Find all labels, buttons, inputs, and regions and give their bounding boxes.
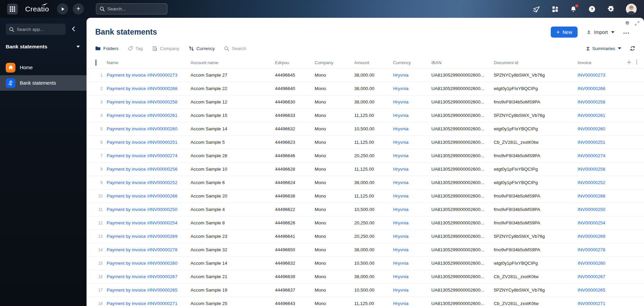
table-row[interactable]: 1 Payment by invoice #INV00000273 Accom … [87,69,644,82]
global-search-input[interactable] [107,6,161,11]
invoice-link[interactable]: INV00000254 [578,220,605,225]
table-row[interactable]: 3 Payment by invoice #INV00000258 Accom … [87,95,644,109]
record-name-link[interactable]: Payment by invoice #INV00000266 [107,193,177,199]
filter-currency[interactable]: Currency [189,46,215,51]
workplaces-button[interactable] [552,6,558,12]
record-name-link[interactable]: Payment by invoice #INV00000267 [107,274,177,279]
currency-link[interactable]: Hryvnia [393,140,409,145]
column-header-company[interactable]: Company [315,60,354,65]
sidebar-collapse-button[interactable] [70,25,77,34]
record-name-link[interactable]: Payment by invoice #INV00000254 [107,220,177,225]
table-row[interactable]: 6 Payment by invoice #INV00000251 Accom … [87,136,644,149]
table-row[interactable]: 7 Payment by invoice #INV00000274 Accom … [87,149,644,163]
table-row[interactable]: 5 Payment by invoice #INV00000260 Accom … [87,122,644,136]
copilot-button[interactable] [532,5,540,13]
currency-link[interactable]: Hryvnia [393,167,409,172]
play-button[interactable] [57,3,68,14]
invoice-link[interactable]: INV00000274 [578,153,605,158]
invoice-link[interactable]: INV00000278 [578,247,605,252]
table-row[interactable]: 15 Payment by invoice #INV00000260 Accom… [87,257,644,270]
invoice-link[interactable]: INV00000260 [578,126,605,131]
table-row[interactable]: 17 Payment by invoice #INV00000265 Accom… [87,283,644,297]
invoice-link[interactable]: INV00000252 [578,180,605,185]
add-button[interactable]: + [73,3,84,14]
currency-link[interactable]: Hryvnia [393,288,409,293]
record-name-link[interactable]: Payment by invoice #INV00000269 [107,234,177,239]
invoice-link[interactable]: INV00000268 [578,86,605,91]
record-name-link[interactable]: Payment by invoice #INV00000258 [107,99,177,104]
invoice-link[interactable]: INV00000250 [578,207,605,212]
notifications-button[interactable] [570,5,577,13]
invoice-link[interactable]: INV00000269 [578,234,605,239]
currency-link[interactable]: Hryvnia [393,234,409,239]
table-row[interactable]: 4 Payment by invoice #INV00000261 Accom … [87,109,644,122]
invoice-link[interactable]: INV00000251 [578,140,605,145]
record-name-link[interactable]: Payment by invoice #INV00000271 [107,301,177,306]
table-row[interactable]: 11 Payment by invoice #INV00000250 Accom… [87,203,644,216]
table-row[interactable]: 18 Payment by invoice #INV00000271 Accom… [87,297,644,306]
settings-button[interactable] [607,5,614,13]
record-name-link[interactable]: Payment by invoice #INV00000261 [107,113,177,118]
record-name-link[interactable]: Payment by invoice #INV00000265 [107,288,177,293]
currency-link[interactable]: Hryvnia [393,261,409,266]
add-column-button[interactable] [627,60,631,66]
currency-link[interactable]: Hryvnia [393,301,409,306]
invoice-link[interactable]: INV00000271 [578,301,605,306]
new-button[interactable]: + New [551,27,578,38]
table-row[interactable]: 8 Payment by invoice #INV00000256 Accom … [87,163,644,176]
filter-folders[interactable]: Folders [95,46,118,51]
currency-link[interactable]: Hryvnia [393,113,409,118]
record-name-link[interactable]: Payment by invoice #INV00000250 [107,207,177,212]
record-name-link[interactable]: Payment by invoice #INV00000268 [107,86,177,91]
invoice-link[interactable]: INV00000265 [578,288,605,293]
app-search-input[interactable] [17,27,60,32]
currency-link[interactable]: Hryvnia [393,207,409,212]
table-row[interactable]: 16 Payment by invoice #INV00000267 Accom… [87,270,644,283]
currency-link[interactable]: Hryvnia [393,247,409,252]
currency-link[interactable]: Hryvnia [393,220,409,225]
invoice-link[interactable]: INV00000261 [578,113,605,118]
table-row[interactable]: 9 Payment by invoice #INV00000252 Accom … [87,176,644,189]
refresh-button[interactable] [630,46,635,51]
column-header-currency[interactable]: Currency [393,60,431,65]
invoice-link[interactable]: INV00000266 [578,193,605,199]
invoice-link[interactable]: INV00000273 [578,73,605,78]
user-avatar[interactable] [626,4,637,14]
record-name-link[interactable]: Payment by invoice #INV00000260 [107,261,177,266]
invoice-link[interactable]: INV00000267 [578,274,605,279]
record-name-link[interactable]: Payment by invoice #INV00000260 [107,126,177,131]
sidebar-item-bank-statements[interactable]: Bank statements [0,75,87,91]
column-header-invoice[interactable]: Invoice [578,60,625,65]
currency-link[interactable]: Hryvnia [393,274,409,279]
app-search[interactable] [6,24,66,35]
table-row[interactable]: 12 Payment by invoice #INV00000254 Accom… [87,216,644,230]
record-name-link[interactable]: Payment by invoice #INV00000251 [107,140,177,145]
currency-link[interactable]: Hryvnia [393,153,409,158]
column-header-account-name[interactable]: Account name [191,60,275,65]
sidebar-item-home[interactable]: Home [0,60,87,75]
currency-link[interactable]: Hryvnia [393,99,409,104]
column-header-iban[interactable]: IBAN [431,60,494,65]
more-actions-button[interactable] [623,29,635,36]
help-button[interactable]: ? [588,5,596,13]
table-row[interactable]: 2 Payment by invoice #INV00000268 Accom … [87,82,644,95]
column-header-edrpou[interactable]: Edrpou [275,60,315,65]
table-row[interactable]: 10 Payment by invoice #INV00000266 Accom… [87,189,644,203]
record-name-link[interactable]: Payment by invoice #INV00000274 [107,153,177,158]
currency-link[interactable]: Hryvnia [393,126,409,131]
record-name-link[interactable]: Payment by invoice #INV00000256 [107,167,177,172]
global-search[interactable] [96,3,167,14]
workspace-selector[interactable]: Bank statements [6,44,80,50]
import-button[interactable]: Import [586,30,614,35]
filter-search[interactable]: Search [224,46,246,51]
invoice-link[interactable]: INV00000260 [578,261,605,266]
invoice-link[interactable]: INV00000256 [578,167,605,172]
column-header-document-id[interactable]: Document id [494,60,578,65]
column-header-amount[interactable]: Amount [354,60,393,65]
column-settings-button[interactable] [636,59,637,66]
column-header-name[interactable]: Name [107,60,191,65]
currency-link[interactable]: Hryvnia [393,86,409,91]
page-settings-button[interactable] [625,21,630,26]
record-name-link[interactable]: Payment by invoice #INV00000252 [107,180,177,185]
invoice-link[interactable]: INV00000258 [578,99,605,104]
